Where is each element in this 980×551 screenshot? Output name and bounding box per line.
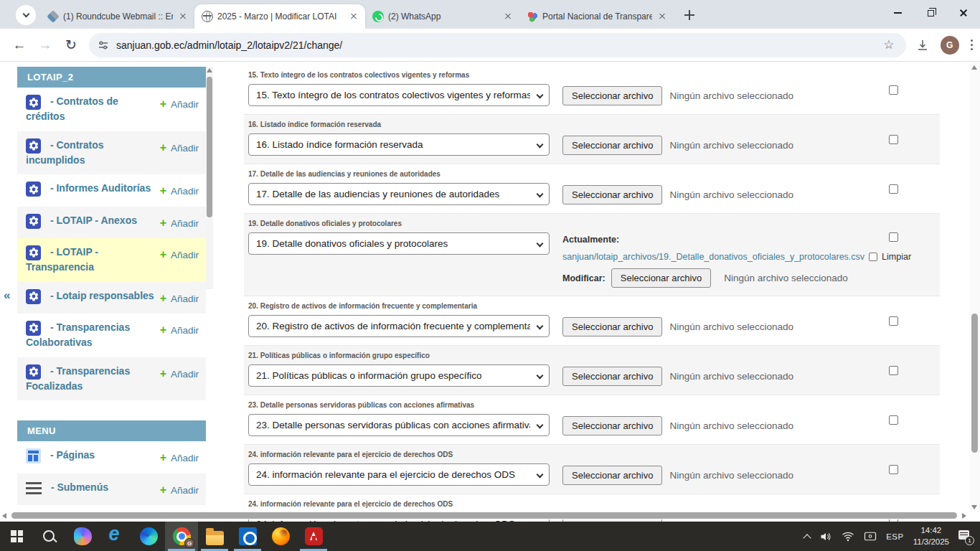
item-select[interactable]: 20. Registro de activos de información f… [248,315,550,337]
item-select[interactable]: 19. Detalle donativos oficiales y protoc… [248,232,550,255]
taskbar-chrome-button[interactable]: G [165,522,198,551]
notification-center-icon[interactable]: 1 [958,530,973,543]
select-file-button[interactable]: Seleccionar archivo [562,367,662,386]
tray-expand-icon[interactable] [804,534,811,542]
row-checkbox[interactable] [889,184,898,194]
refresh-button[interactable]: ↻ [60,34,82,56]
form-row: 16. Listado índice formación reservada 1… [244,115,940,164]
page-vertical-scrollbar[interactable] [969,62,980,512]
taskbar-apps: G [0,522,330,551]
select-file-button[interactable]: Seleccionar archivo [562,185,662,204]
sidebar-item-label[interactable]: - Transparencias Focalizadas [26,365,130,392]
bookmark-star-icon[interactable]: ☆ [883,37,894,52]
row-checkbox[interactable] [889,316,898,326]
row-checkbox[interactable] [889,415,898,425]
browser-tab[interactable]: 2025 - Marzo | Modificar LOTAI [194,4,365,29]
select-file-button[interactable]: Seleccionar archivo [562,86,662,105]
taskbar-acrobat-button[interactable] [297,522,330,551]
item-select[interactable]: 24. información relevante para el ejerci… [248,463,550,486]
profile-avatar[interactable]: G [941,36,959,55]
page-horizontal-scrollbar[interactable] [0,512,969,519]
field-label: 19. Detalle donativos oficiales y protoc… [248,220,940,227]
sidebar-item-label[interactable]: - Informes Auditorías [50,182,151,194]
add-link[interactable]: + Añadir [160,140,199,156]
language-indicator[interactable]: ESP [886,532,904,541]
sidebar-item-label[interactable]: - Páginas [50,449,95,461]
browser-tab[interactable]: (1) Roundcube Webmail :: Entra [40,4,194,29]
row-checkbox[interactable] [889,85,898,95]
taskbar-edge-button[interactable] [132,522,165,551]
item-select[interactable]: 15. Texto íntegro de los contratos colec… [248,84,550,106]
add-link[interactable]: + Añadir [160,482,199,498]
taskbar-start-button[interactable] [0,522,33,551]
forward-button[interactable]: → [34,34,56,56]
close-button[interactable] [947,0,980,26]
add-link[interactable]: + Añadir [160,247,199,263]
scroll-up-arrow[interactable] [971,65,977,70]
select-file-button[interactable]: Seleccionar archivo [562,317,662,336]
start-icon [11,530,23,542]
add-link[interactable]: + Añadir [160,291,199,306]
scrollbar-thumb[interactable] [971,314,978,453]
scroll-up-arrow[interactable] [207,68,212,72]
wifi-icon[interactable] [842,531,854,542]
volume-icon[interactable] [819,531,832,542]
scrollbar-thumb[interactable] [207,77,212,217]
item-select[interactable]: 16. Listado índice formación reservada [248,133,550,156]
browser-menu-icon[interactable] [971,39,973,50]
display-icon[interactable] [864,531,877,542]
add-link[interactable]: + Añadir [160,366,199,382]
sidebar-item-label[interactable]: - LOTAIP - Anexos [50,215,137,226]
item-select[interactable]: 17. Detalle de las audiencias y reunione… [248,183,550,205]
add-link[interactable]: + Añadir [160,450,199,466]
add-link[interactable]: + Añadir [160,96,199,112]
tab-close-icon[interactable] [502,11,514,22]
clear-checkbox[interactable] [869,253,877,261]
taskbar-explorer-button[interactable] [198,522,231,551]
add-link[interactable]: + Añadir [160,183,199,199]
row-checkbox[interactable] [889,135,898,144]
new-tab-button[interactable] [679,5,699,25]
item-select[interactable]: 23. Detalle personas servidoras públicas… [248,414,550,436]
sidebar-item-label[interactable]: - Submenús [51,481,108,493]
taskbar-ie-button[interactable] [99,522,132,551]
row-checkbox[interactable] [889,465,898,474]
taskbar-outlook-button[interactable] [231,522,264,551]
download-icon[interactable] [916,39,929,52]
chevron-down-icon [537,240,544,248]
scroll-right-arrow[interactable] [962,513,966,519]
item-select[interactable]: 21. Políticas públicas o información gru… [248,364,550,387]
sidebar-item-label[interactable]: - Transparencias Colaborativas [26,321,130,348]
scroll-down-arrow[interactable] [971,505,977,509]
browser-tab[interactable]: (2) WhatsApp [365,4,519,29]
tab-close-icon[interactable] [656,11,668,22]
row-checkbox[interactable] [889,366,898,375]
restore-button[interactable] [914,0,947,26]
select-file-button[interactable]: Seleccionar archivo [562,416,662,435]
tab-close-icon[interactable] [348,11,359,22]
taskbar-firefox-button[interactable] [264,522,297,551]
add-link[interactable]: + Añadir [160,215,199,231]
taskbar-copilot-button[interactable] [66,522,99,551]
scroll-left-arrow[interactable] [2,513,6,519]
current-file-link[interactable]: sanjuan/lotaip_archivos/19._Detalle_dona… [562,252,864,262]
tab-close-icon[interactable] [177,11,189,22]
sidebar-item-label[interactable]: - Lotaip responsables [50,290,154,301]
minimize-button[interactable] [881,0,914,26]
sidebar-collapse-button[interactable]: « [4,288,10,303]
select-file-button[interactable]: Seleccionar archivo [611,268,711,288]
address-bar[interactable]: sanjuan.gob.ec/admin/lotaip_2/lotaipv2/2… [89,33,906,57]
taskbar-search-button[interactable] [33,522,66,551]
form-row: 20. Registro de activos de información f… [244,296,940,346]
admin-sidebar: LOTAIP_2 + Añadir - Contratos de crédito… [17,67,206,522]
select-file-button[interactable]: Seleccionar archivo [562,136,662,155]
browser-tab[interactable]: Portal Nacional de Transparenc [519,4,674,29]
scrollbar-thumb[interactable] [11,512,957,519]
taskbar-clock[interactable]: 14:42 11/3/2025 [913,525,949,547]
sidebar-scrollbar[interactable] [206,67,213,289]
tab-search-button[interactable] [16,5,36,25]
row-checkbox[interactable] [889,232,898,242]
add-link[interactable]: + Añadir [160,322,199,338]
back-button[interactable]: ← [9,34,30,56]
select-file-button[interactable]: Seleccionar archivo [562,466,662,485]
